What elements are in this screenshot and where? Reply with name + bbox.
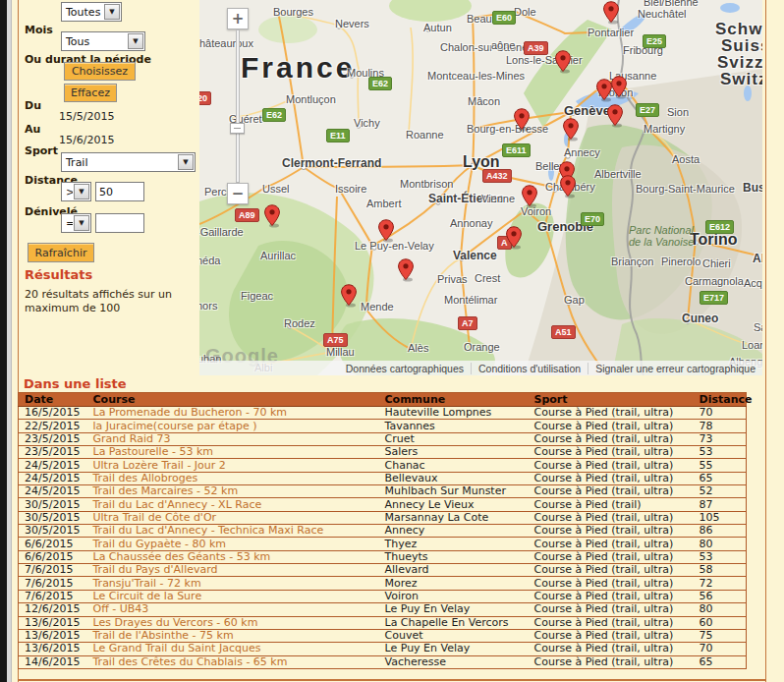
table-row: 24/5/2015Ultra Lozère Trail - Jour 2Chan… <box>19 459 747 472</box>
zoom-in-button[interactable]: + <box>227 8 249 29</box>
zoom-out-button[interactable]: − <box>227 183 249 204</box>
cell-date: 13/6/2015 <box>19 629 87 642</box>
cell-sport: Course à Pied (trail, ultra) <box>529 525 694 538</box>
course-link[interactable]: Trail de l'Absinthe - 75 km <box>93 629 234 642</box>
cell-course: La Promenade du Bucheron - 70 km <box>87 407 379 420</box>
map-marker[interactable] <box>397 258 415 282</box>
course-link[interactable]: Le Circuit de la Sure <box>93 590 202 602</box>
map-marker[interactable] <box>521 185 538 208</box>
map-label: Millau <box>326 346 355 358</box>
cell-sport: Course à Pied (trail, ultra) <box>529 629 694 642</box>
course-link[interactable]: Trail des Marcaires - 52 km <box>93 485 239 498</box>
choisissez-button[interactable]: Choisissez <box>64 62 136 81</box>
course-link[interactable]: Off - UB43 <box>93 603 149 616</box>
map-label: Bourg-Saint-Maurice <box>636 183 735 195</box>
cell-sport: Course à Pied (trail, ultra) <box>529 577 694 590</box>
cell-date: 7/6/2015 <box>19 577 87 590</box>
course-link[interactable]: La Promenade du Bucheron - 70 km <box>93 407 288 420</box>
course-link[interactable]: Transju'Trail - 72 km <box>93 577 201 590</box>
map-marker[interactable] <box>263 204 281 228</box>
map-marker[interactable] <box>610 76 628 99</box>
distance-operator-select[interactable]: > ▼ <box>61 182 91 201</box>
cell-date: 24/5/2015 <box>19 485 87 498</box>
map-label: Gap <box>564 294 585 306</box>
cell-date: 22/5/2015 <box>19 420 87 432</box>
course-link[interactable]: Grand Raid 73 <box>93 432 171 445</box>
map-label: Parc National <box>629 224 694 236</box>
map[interactable]: BourgesNeversAutunBeauneChalon-sur-Saône… <box>199 0 762 375</box>
rafraichir-button[interactable]: Rafraîchir <box>28 243 94 262</box>
course-link[interactable]: la Juracime(course par étape ) <box>93 420 257 432</box>
cell-commune: Hauteville Lompnes <box>379 407 529 420</box>
map-marker[interactable] <box>606 104 624 128</box>
map-attribution-link[interactable]: Conditions d'utilisation <box>471 363 588 374</box>
sport-select[interactable]: Trail ▼ <box>61 152 196 172</box>
region-select[interactable]: Toutes ▼ <box>61 2 122 22</box>
cell-course: Trail du Gypaète - 80 km <box>87 538 379 550</box>
cell-distance: 87 <box>694 498 747 511</box>
map-marker[interactable] <box>562 118 580 142</box>
region-select-value: Toutes <box>62 6 103 19</box>
cell-commune: Thueyts <box>379 550 529 563</box>
cell-date: 24/5/2015 <box>19 472 87 484</box>
cell-commune: Annecy Le Vieux <box>379 498 529 511</box>
map-label: Nevers <box>335 18 369 29</box>
map-label: Vichy <box>354 117 380 129</box>
map-marker[interactable] <box>513 108 531 132</box>
cell-course: la Juracime(course par étape ) <box>87 420 379 432</box>
road-badge: E60 <box>492 11 516 25</box>
chevron-down-icon: ▼ <box>74 184 89 199</box>
mois-select[interactable]: Tous ▼ <box>61 31 145 51</box>
map-label: Roanne <box>406 129 444 141</box>
zoom-slider-track[interactable] <box>236 29 240 183</box>
course-link[interactable]: Ultra Trail de Côte d'Or <box>93 511 217 524</box>
cell-sport: Course à Pied (trail, ultra) <box>529 446 694 459</box>
map-label: Dole <box>514 6 536 18</box>
course-link[interactable]: Ultra Lozère Trail - Jour 2 <box>93 459 226 472</box>
course-link[interactable]: Trail des Allobroges <box>93 472 198 484</box>
distance-input[interactable] <box>95 182 144 201</box>
map-label: Mâcon <box>468 95 500 107</box>
denivele-operator-select[interactable]: = ▼ <box>61 213 91 233</box>
cell-date: 7/6/2015 <box>19 590 87 602</box>
course-link[interactable]: Trail du Gypaète - 80 km <box>93 538 227 550</box>
map-marker[interactable] <box>554 50 572 74</box>
course-link[interactable]: La Chaussée des Géants - 53 km <box>93 550 271 563</box>
course-link[interactable]: Le Grand Trail du Saint Jacques <box>93 643 261 655</box>
window-scroll-edge[interactable] <box>7 0 12 682</box>
denivele-input[interactable] <box>95 213 144 233</box>
course-link[interactable]: La Pastourelle - 53 km <box>93 446 213 459</box>
road-badge: E70 <box>581 212 604 226</box>
cell-commune: Voiron <box>379 590 529 602</box>
table-row: 13/6/2015Trail de l'Absinthe - 75 kmCouv… <box>19 629 747 642</box>
course-link[interactable]: Trail du Lac d'Annecy - Technica Maxi Ra… <box>93 525 324 538</box>
road-badge: E62 <box>262 108 286 122</box>
zoom-slider-handle[interactable] <box>230 123 245 134</box>
map-marker[interactable] <box>602 1 620 25</box>
table-row: 24/5/2015Trail des Marcaires - 52 kmMuhl… <box>19 485 747 498</box>
cell-date: 12/6/2015 <box>19 603 87 616</box>
course-link[interactable]: Trail du Pays d'Allevard <box>93 564 218 577</box>
cell-date: 13/6/2015 <box>19 616 87 629</box>
road-badge: A75 <box>323 333 348 347</box>
map-marker[interactable] <box>340 284 358 308</box>
map-label: Aurillac <box>260 250 296 261</box>
table-row: 7/6/2015Transju'Trail - 72 kmMorezCourse… <box>19 577 747 590</box>
course-link[interactable]: Trail du Lac d'Annecy - XL Race <box>93 498 262 511</box>
map-label: Issoire <box>335 183 366 195</box>
map-marker[interactable] <box>377 219 395 243</box>
map-attribution-link[interactable]: Signaler une erreur cartographique <box>588 363 762 374</box>
cell-distance: 70 <box>694 407 747 420</box>
chevron-down-icon: ▼ <box>104 4 120 20</box>
table-row: 23/5/2015Grand Raid 73CruetCourse à Pied… <box>19 432 747 445</box>
effacez-button[interactable]: Effacez <box>64 84 117 102</box>
sport-select-value: Trail <box>62 156 177 169</box>
map-label: Clermont-Ferrand <box>282 156 381 170</box>
map-marker[interactable] <box>559 175 577 199</box>
table-row: 6/6/2015Trail du Gypaète - 80 kmThyezCou… <box>19 538 747 550</box>
road-badge: A89 <box>235 208 259 222</box>
map-marker[interactable] <box>505 226 523 250</box>
course-link[interactable]: Trail des Crêtes du Chablais - 65 km <box>93 655 288 668</box>
column-header-commune: Commune <box>379 393 529 407</box>
course-link[interactable]: Les Drayes du Vercors - 60 km <box>93 616 258 629</box>
